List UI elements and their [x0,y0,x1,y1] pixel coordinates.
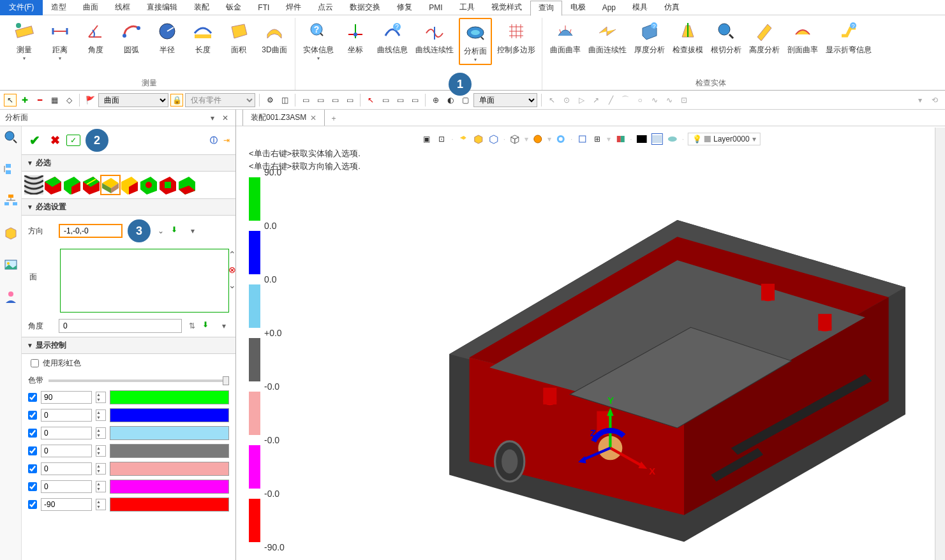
close-icon[interactable]: ✕ [220,113,230,123]
color-value-input[interactable] [41,480,92,493]
tool-icon[interactable]: ╱ [604,94,617,107]
tool-icon[interactable]: ▭ [394,94,406,107]
color-icon[interactable] [636,133,648,145]
image-icon[interactable] [3,256,19,273]
tool-icon[interactable]: ∿ [663,94,676,107]
cursor-icon[interactable]: ↖ [4,94,17,107]
thumb-6[interactable] [139,175,158,195]
tool-icon[interactable] [555,133,567,145]
tool-icon[interactable]: ⌒ [619,94,632,107]
tool-icon[interactable]: ▷ [575,94,588,107]
ribbon-area[interactable]: 面积 [222,18,255,63]
ribbon-arc[interactable]: 圆弧 [115,18,148,63]
tool-icon[interactable]: ↖ [546,94,558,107]
tab-query[interactable]: 查询 [530,1,562,16]
color-swatch[interactable] [110,390,229,404]
color-check[interactable] [28,482,37,491]
ribbon-surf-curv[interactable]: 曲面曲率 [547,18,583,57]
add-tab-button[interactable]: + [325,112,342,126]
spinner-icon[interactable]: ▲▼ [96,463,106,475]
tool-icon[interactable]: ▭ [299,94,312,107]
ribbon-surf-cont[interactable]: 曲面连续性 [586,18,629,57]
tool-icon[interactable] [614,133,626,145]
close-icon[interactable]: ✕ [310,114,316,122]
tool-icon[interactable]: ⚙ [264,94,276,107]
color-check[interactable] [28,500,37,509]
grid-icon[interactable]: ▦ [48,94,61,107]
tab-heal[interactable]: 修复 [389,0,420,15]
cancel-button[interactable]: ✖ [46,131,64,149]
tool-icon[interactable]: ▭ [314,94,327,107]
angle-input[interactable] [59,319,182,333]
thumb-7[interactable] [158,175,177,195]
tool-icon[interactable]: ▭ [329,94,341,107]
color-icon[interactable] [651,133,663,145]
thumb-5[interactable] [120,175,139,195]
ribbon-height[interactable]: 高度分析 [747,18,782,57]
info-icon[interactable]: ⓘ [209,135,219,145]
tool-icon[interactable]: ▾ [914,94,926,107]
thumb-draft[interactable] [101,175,120,195]
section-display[interactable]: ▼显示控制 [22,337,235,354]
color-value-input[interactable] [41,498,92,511]
flag-icon[interactable]: 🚩 [84,94,96,107]
tab-visual[interactable]: 视觉样式 [483,0,530,15]
tool-icon[interactable]: ⟲ [928,94,941,107]
section-required-settings[interactable]: ▼必选设置 [22,198,235,216]
tool-icon[interactable]: ⊡ [678,94,690,107]
expand-icon[interactable]: ⇥ [221,135,232,145]
color-check[interactable] [28,464,37,473]
tool-icon[interactable]: ○ [634,94,646,107]
spinner-icon[interactable]: ▲▼ [96,499,106,510]
tab-assembly[interactable]: 装配 [186,0,218,15]
spinner-icon[interactable]: ▲▼ [96,445,106,457]
user-icon[interactable] [3,288,19,305]
tool-icon[interactable]: ↗ [590,94,602,107]
ribbon-length[interactable]: 长度 [186,18,220,63]
face-list[interactable]: ⌃⌃ ⊗ ⌄ [60,249,229,313]
filter-select-2[interactable]: 仅有零件 [185,93,255,107]
band-slider[interactable] [48,379,229,382]
color-value-input[interactable] [41,427,92,439]
color-swatch[interactable] [110,408,229,422]
spinner-icon[interactable]: ⇅ [187,321,197,330]
tab-modeling[interactable]: 造型 [43,0,75,15]
tool-icon[interactable]: ◫ [278,94,291,107]
color-value-input[interactable] [41,409,92,422]
box-icon[interactable] [3,225,19,241]
tab-surface[interactable]: 曲面 [75,0,107,15]
tool-icon[interactable] [488,133,500,145]
ribbon-thickness[interactable]: ? 厚度分析 [632,18,667,57]
tab-pointcloud[interactable]: 点云 [309,0,341,15]
spinner-icon[interactable]: ▲▼ [96,427,106,439]
ribbon-angle[interactable]: 角度 [79,18,112,63]
ribbon-section-curv[interactable]: 剖面曲率 [785,18,821,57]
color-check[interactable] [28,446,37,455]
chevron-down-icon[interactable]: ▾ [188,226,198,235]
filter-select-1[interactable]: 曲面 [98,93,168,107]
chevron-down-icon[interactable]: ▾ [219,321,229,330]
tool-icon[interactable]: ⊙ [560,94,573,107]
ribbon-curve-cont[interactable]: 曲线连续性 [413,18,456,65]
chevron-down-icon[interactable]: ⌄ [156,226,166,235]
thumb-8[interactable] [177,175,197,195]
tool-icon[interactable]: ⊕ [429,94,442,107]
tool-icon[interactable] [667,133,678,145]
tool-icon[interactable]: ▭ [343,94,356,107]
ribbon-entity-info[interactable]: ? 实体信息 ▾ [301,18,336,65]
color-swatch[interactable] [110,426,229,440]
thumb-3[interactable] [82,175,101,195]
tab-mold[interactable]: 模具 [624,0,656,15]
apply-icon[interactable]: ⬇ [202,320,214,332]
collapse-icon[interactable]: ⌃⌃ [228,249,235,260]
expand-icon[interactable]: ⌄ [228,280,235,290]
ribbon-measure[interactable]: 测量 ▾ [8,18,41,63]
tool-icon[interactable]: ⊞ [592,133,603,145]
minus-icon[interactable]: ━ [33,94,46,107]
clear-icon[interactable]: ⊗ [228,265,235,275]
tab-sheetmetal[interactable]: 钣金 [218,0,249,15]
tab-pmi[interactable]: PMI [420,0,450,15]
arrow-icon[interactable]: ↖ [364,94,377,107]
color-swatch[interactable] [110,497,229,512]
ribbon-bend-info[interactable]: ? 显示折弯信息 [823,18,874,57]
